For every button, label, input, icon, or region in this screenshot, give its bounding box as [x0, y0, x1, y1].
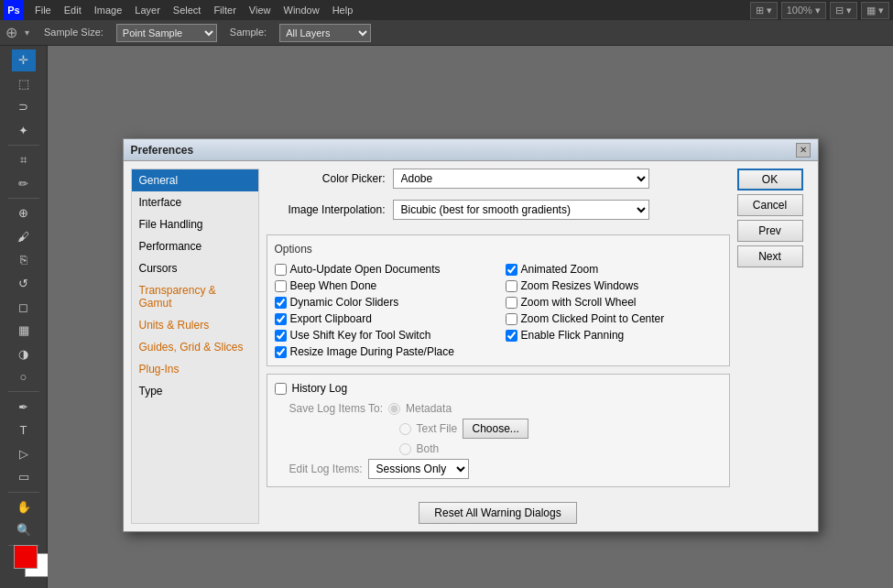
option-animated-zoom: Animated Zoom: [506, 263, 722, 276]
zoom-scroll-label: Zoom with Scroll Wheel: [521, 296, 637, 309]
color-picker-label: Color Picker:: [267, 172, 386, 185]
dialog-close-button[interactable]: ✕: [796, 143, 811, 158]
eraser-tool[interactable]: ◻: [12, 296, 36, 318]
save-log-both-radio[interactable]: [399, 443, 411, 455]
save-log-text-row: Text File Choose...: [399, 419, 722, 439]
healing-tool[interactable]: ⊕: [12, 202, 36, 224]
nav-guides-grid-slices[interactable]: Guides, Grid & Slices: [132, 336, 258, 358]
options-group: Options Auto-Update Open Documents Anima…: [267, 234, 730, 366]
flick-panning-checkbox[interactable]: [506, 330, 517, 342]
nav-performance[interactable]: Performance: [132, 235, 258, 257]
dynamic-sliders-checkbox[interactable]: [275, 297, 287, 309]
zoom-clicked-point-checkbox[interactable]: [506, 313, 517, 325]
brush-tool[interactable]: 🖌: [12, 226, 36, 248]
menu-view[interactable]: View: [244, 3, 277, 17]
choose-button[interactable]: Choose...: [463, 419, 528, 439]
nav-file-handling[interactable]: File Handling: [132, 213, 258, 235]
nav-interface[interactable]: Interface: [132, 191, 258, 213]
image-interp-label: Image Interpolation:: [267, 203, 386, 216]
tool-separator-3: [8, 391, 39, 392]
nav-transparency-gamut[interactable]: Transparency & Gamut: [132, 279, 258, 314]
zoom-scroll-checkbox[interactable]: [506, 297, 517, 309]
prev-button[interactable]: Prev: [737, 220, 803, 242]
resize-image-checkbox[interactable]: [275, 346, 287, 358]
export-clipboard-label: Export Clipboard: [290, 312, 372, 325]
history-log-content: Save Log Items To: Metadata Text File Ch…: [275, 402, 722, 479]
lasso-tool[interactable]: ⊃: [12, 96, 36, 118]
auto-update-checkbox[interactable]: [275, 264, 287, 276]
shift-key-label: Use Shift Key for Tool Switch: [290, 329, 431, 342]
crop-tool[interactable]: ⌗: [12, 149, 36, 171]
save-log-metadata-radio[interactable]: [388, 403, 400, 415]
beep-checkbox[interactable]: [275, 280, 287, 292]
animated-zoom-checkbox[interactable]: [506, 264, 517, 276]
nav-plug-ins[interactable]: Plug-Ins: [132, 358, 258, 380]
app-logo: Ps: [4, 0, 24, 20]
color-picker-select[interactable]: Adobe: [393, 169, 649, 189]
sessions-select[interactable]: Sessions Only Concise Detailed: [368, 459, 469, 479]
save-log-text-label: Text File: [417, 422, 458, 435]
nav-type[interactable]: Type: [132, 380, 258, 402]
color-picker-row: Color Picker: Adobe: [267, 169, 730, 189]
zoom-clicked-point-label: Zoom Clicked Point to Center: [521, 312, 665, 325]
type-tool[interactable]: T: [12, 419, 36, 441]
menu-file[interactable]: File: [29, 3, 57, 17]
zoom-level[interactable]: 100% ▾: [781, 2, 826, 19]
menu-filter[interactable]: Filter: [208, 3, 241, 17]
stamp-tool[interactable]: ⎘: [12, 249, 36, 271]
dialog-overlay: Preferences ✕ General Interface File Han…: [48, 46, 893, 588]
zoom-tool[interactable]: 🔍: [12, 519, 36, 541]
gradient-tool[interactable]: ▦: [12, 320, 36, 342]
dodge-tool[interactable]: ○: [12, 366, 36, 388]
menu-help[interactable]: Help: [327, 3, 359, 17]
image-interp-select[interactable]: Bicubic (best for smooth gradients): [393, 200, 649, 220]
nav-general[interactable]: General: [132, 169, 258, 191]
left-toolbar: ✛ ⬚ ⊃ ✦ ⌗ ✏ ⊕ 🖌 ⎘ ↺ ◻ ▦ ◑ ○ ✒ T ▷ ▭ ✋ 🔍: [0, 46, 48, 588]
resize-image-label: Resize Image During Paste/Place: [290, 345, 454, 358]
eyedropper-tool[interactable]: ✏: [12, 173, 36, 195]
blur-tool[interactable]: ◑: [12, 343, 36, 365]
image-interp-row: Image Interpolation: Bicubic (best for s…: [267, 200, 730, 220]
eyedropper-arrow: ▾: [25, 27, 29, 38]
edit-log-label: Edit Log Items:: [289, 463, 363, 475]
magic-wand-tool[interactable]: ✦: [12, 120, 36, 142]
zoom-resizes-checkbox[interactable]: [506, 280, 517, 292]
save-log-metadata-label: Metadata: [406, 402, 452, 415]
menu-layer[interactable]: Layer: [129, 3, 166, 17]
canvas-area: Preferences ✕ General Interface File Han…: [48, 46, 893, 588]
auto-update-label: Auto-Update Open Documents: [290, 263, 441, 276]
history-brush-tool[interactable]: ↺: [12, 273, 36, 295]
history-log-checkbox[interactable]: [275, 383, 287, 395]
eyedropper-icon: ⊕: [5, 24, 17, 41]
menu-window[interactable]: Window: [278, 3, 325, 17]
next-button[interactable]: Next: [737, 245, 803, 267]
sample-size-select[interactable]: Point Sample: [116, 24, 217, 42]
path-select-tool[interactable]: ▷: [12, 442, 36, 464]
options-grid: Auto-Update Open Documents Animated Zoom…: [275, 263, 722, 358]
pen-tool[interactable]: ✒: [12, 396, 36, 418]
nav-cursors[interactable]: Cursors: [132, 257, 258, 279]
nav-units-rulers[interactable]: Units & Rulers: [132, 314, 258, 336]
save-log-items-label: Save Log Items To:: [289, 402, 384, 415]
menu-edit[interactable]: Edit: [59, 3, 87, 17]
workspace-btn[interactable]: ▦ ▾: [861, 2, 889, 19]
shape-tool[interactable]: ▭: [12, 466, 36, 488]
menu-image[interactable]: Image: [89, 3, 128, 17]
arrange-docs-btn[interactable]: ⊞ ▾: [750, 2, 778, 19]
move-tool[interactable]: ✛: [12, 49, 36, 71]
option-export-clipboard: Export Clipboard: [275, 312, 491, 325]
export-clipboard-checkbox[interactable]: [275, 313, 287, 325]
view-options-btn[interactable]: ⊟ ▾: [830, 2, 857, 19]
save-log-text-radio[interactable]: [399, 423, 411, 435]
marquee-tool[interactable]: ⬚: [12, 73, 36, 95]
save-log-both-label: Both: [417, 442, 440, 455]
sample-select[interactable]: All Layers: [279, 24, 371, 42]
ok-button[interactable]: OK: [737, 169, 803, 191]
foreground-color-swatch[interactable]: [14, 545, 38, 569]
reset-warning-dialogs-button[interactable]: Reset All Warning Dialogs: [419, 502, 576, 524]
cancel-button[interactable]: Cancel: [737, 194, 803, 216]
preferences-dialog: Preferences ✕ General Interface File Han…: [123, 138, 819, 532]
menu-select[interactable]: Select: [168, 3, 207, 17]
hand-tool[interactable]: ✋: [12, 495, 36, 517]
shift-key-checkbox[interactable]: [275, 330, 287, 342]
